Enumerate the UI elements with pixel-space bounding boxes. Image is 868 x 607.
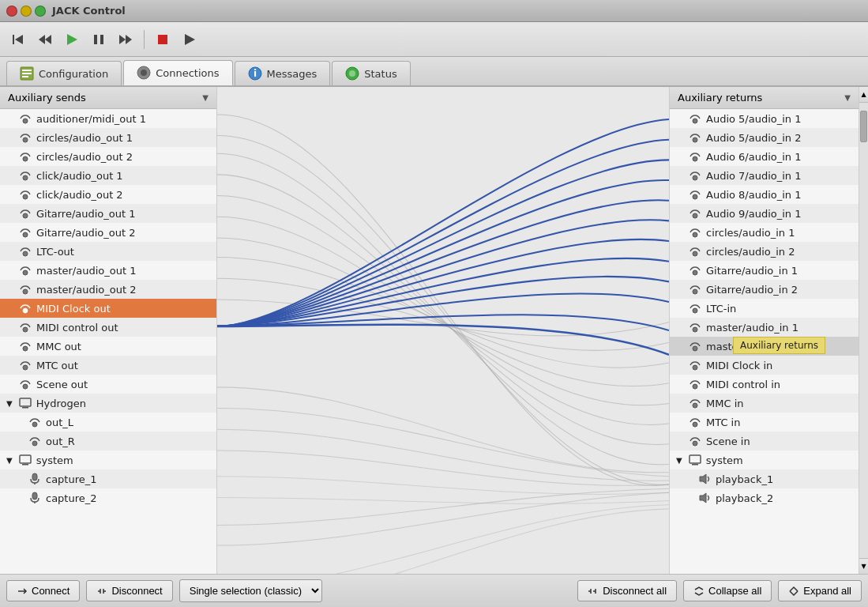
collapse-all-button[interactable]: Collapse all xyxy=(683,580,772,601)
right-panel-list[interactable]: Audio 5/audio_in 1 Audio 5/audio_in 2 Au… xyxy=(670,109,859,574)
tab-configuration[interactable]: Configuration xyxy=(6,61,122,85)
expand-all-label: Expand all xyxy=(803,585,851,597)
expand-all-button[interactable]: Expand all xyxy=(778,580,862,601)
list-item-system-r-group[interactable]: ▼ system xyxy=(670,451,859,469)
list-item[interactable]: LTC-in xyxy=(670,299,859,318)
speaker-icon xyxy=(698,473,711,485)
scroll-down-button[interactable]: ▼ xyxy=(859,558,868,574)
window-controls[interactable] xyxy=(6,6,46,17)
item-label: circles/audio_out 1 xyxy=(36,132,133,144)
plug-icon xyxy=(689,340,701,353)
list-item[interactable]: Gitarre/audio_in 1 xyxy=(670,261,859,280)
disconnect-all-button[interactable]: Disconnect all xyxy=(577,580,677,601)
right-scrollbar[interactable]: ▲ ▼ xyxy=(859,87,868,574)
item-label: master/audio_in 1 xyxy=(706,322,798,334)
maximize-button[interactable] xyxy=(35,6,46,17)
collapse-icon xyxy=(693,586,705,597)
group-toggle-icon: ▼ xyxy=(6,456,13,465)
list-item[interactable]: click/audio_out 2 xyxy=(0,185,216,204)
svg-point-28 xyxy=(23,251,28,256)
list-item-system-group[interactable]: ▼ system xyxy=(0,451,216,469)
expand-icon xyxy=(788,586,799,597)
svg-rect-44 xyxy=(32,492,37,500)
list-item[interactable]: master/audio_in 1 xyxy=(670,318,859,337)
list-item[interactable]: MTC out xyxy=(0,356,216,375)
item-label: Gitarre/audio_out 1 xyxy=(36,208,136,220)
pause-button[interactable] xyxy=(87,28,111,51)
item-label: circles/audio_out 2 xyxy=(36,151,133,163)
scroll-up-button[interactable]: ▲ xyxy=(859,87,868,103)
bottom-bar: Connect Disconnect Single selection (cla… xyxy=(0,574,868,607)
connect-icon xyxy=(17,586,28,597)
list-item[interactable]: capture_1 xyxy=(0,469,216,488)
list-item[interactable]: LTC-out xyxy=(0,242,216,261)
minimize-button[interactable] xyxy=(21,6,32,17)
item-label: Scene in xyxy=(706,435,750,447)
list-item[interactable]: out_R xyxy=(0,432,216,451)
tab-connections[interactable]: Connections xyxy=(123,60,232,85)
list-item[interactable]: playback_2 xyxy=(670,488,859,507)
list-item[interactable]: MTC in xyxy=(670,413,859,432)
list-item[interactable]: Gitarre/audio_out 2 xyxy=(0,223,216,242)
play-button[interactable] xyxy=(60,28,84,51)
tab-status[interactable]: Status xyxy=(332,61,410,85)
svg-rect-37 xyxy=(22,407,28,409)
left-panel-list[interactable]: auditioner/midi_out 1 circles/audio_out … xyxy=(0,109,216,574)
svg-rect-14 xyxy=(22,76,28,77)
list-item[interactable]: circles/audio_out 2 xyxy=(0,147,216,166)
selection-mode-select[interactable]: Single selection (classic) xyxy=(179,579,322,602)
item-label: playback_2 xyxy=(716,492,773,504)
close-button[interactable] xyxy=(6,6,17,17)
list-item-hydrogen-group[interactable]: ▼ Hydrogen xyxy=(0,394,216,413)
record-button[interactable] xyxy=(178,28,201,51)
list-item[interactable]: auditioner/midi_out 1 xyxy=(0,109,216,128)
list-item[interactable]: Scene out xyxy=(0,375,216,394)
list-item[interactable]: MIDI Clock in xyxy=(670,356,859,375)
plug-icon xyxy=(689,378,701,390)
svg-rect-36 xyxy=(20,398,31,406)
list-item[interactable]: MIDI control in xyxy=(670,375,859,394)
list-item[interactable]: click/audio_out 1 xyxy=(0,166,216,185)
list-item[interactable]: circles/audio_in 2 xyxy=(670,242,859,261)
svg-rect-5 xyxy=(94,35,97,44)
list-item[interactable]: circles/audio_out 1 xyxy=(0,128,216,147)
list-item[interactable]: Audio 5/audio_in 1 xyxy=(670,109,859,128)
list-item[interactable]: MMC in xyxy=(670,394,859,413)
list-item[interactable]: MIDI control out xyxy=(0,318,216,337)
svg-point-16 xyxy=(141,70,147,76)
list-item[interactable]: MMC out xyxy=(0,337,216,356)
disconnect-all-label: Disconnect all xyxy=(603,585,667,597)
list-item[interactable]: playback_1 xyxy=(670,469,859,488)
scroll-thumb[interactable] xyxy=(860,111,867,142)
list-item[interactable]: circles/audio_in 1 xyxy=(670,223,859,242)
list-item-midi-clock-out[interactable]: MIDI Clock out xyxy=(0,299,216,318)
skip-start-button[interactable] xyxy=(6,28,30,51)
list-item[interactable]: Audio 8/audio_in 1 xyxy=(670,185,859,204)
svg-marker-66 xyxy=(700,474,706,484)
list-item-master-audio-in2[interactable]: master/audio_in 2 Auxiliary returns xyxy=(670,337,859,356)
list-item[interactable]: Audio 5/audio_in 2 xyxy=(670,128,859,147)
list-item[interactable]: Audio 9/audio_in 1 xyxy=(670,204,859,223)
list-item[interactable]: Gitarre/audio_in 2 xyxy=(670,280,859,299)
left-panel-header: Auxiliary sends ▼ xyxy=(0,87,216,109)
list-item[interactable]: master/audio_out 2 xyxy=(0,280,216,299)
stop-button[interactable] xyxy=(151,28,175,51)
list-item[interactable]: Audio 6/audio_in 1 xyxy=(670,147,859,166)
connections-svg xyxy=(217,87,669,574)
fast-forward-button[interactable] xyxy=(114,28,137,51)
list-item[interactable]: capture_2 xyxy=(0,488,216,507)
list-item[interactable]: master/audio_out 1 xyxy=(0,261,216,280)
list-item[interactable]: Audio 7/audio_in 1 xyxy=(670,166,859,185)
group-toggle-icon: ▼ xyxy=(6,399,13,408)
list-item[interactable]: out_L xyxy=(0,413,216,432)
tab-messages[interactable]: i Messages xyxy=(235,61,331,85)
list-item[interactable]: Gitarre/audio_out 1 xyxy=(0,204,216,223)
connect-button[interactable]: Connect xyxy=(6,580,80,601)
svg-point-34 xyxy=(23,365,28,370)
list-item[interactable]: Scene in xyxy=(670,432,859,451)
rewind-button[interactable] xyxy=(33,28,57,51)
svg-point-49 xyxy=(693,175,697,180)
left-panel-arrow: ▼ xyxy=(202,93,209,102)
svg-point-47 xyxy=(693,138,697,142)
disconnect-button[interactable]: Disconnect xyxy=(86,580,172,601)
